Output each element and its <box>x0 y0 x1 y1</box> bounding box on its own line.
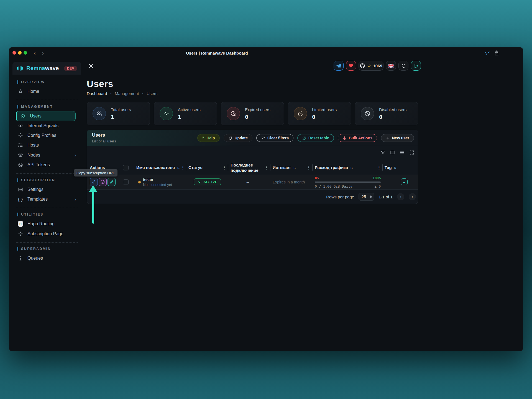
privacy-icon[interactable] <box>484 50 490 56</box>
plus-icon <box>386 136 390 140</box>
section-overview: OVERVIEW <box>17 80 45 85</box>
titlebar: ‹ › Users | Remnawave Dashboard <box>9 47 523 58</box>
annotation-arrow <box>89 185 97 225</box>
section-superadmin: SUPERADMIN <box>17 246 51 251</box>
fullscreen-icon[interactable] <box>409 149 415 155</box>
column-status[interactable]: Статус <box>188 160 203 175</box>
previous-page-button[interactable]: ‹ <box>397 193 404 200</box>
row-checkbox[interactable] <box>123 179 129 185</box>
new-user-button[interactable]: New user <box>381 134 414 142</box>
bulk-actions-button[interactable]: Bulk Actions <box>338 134 377 142</box>
uk-flag-icon <box>388 63 394 69</box>
column-tag[interactable]: Tag↑↓ <box>385 160 396 175</box>
panel-header: Users List of all users ? Help Update <box>87 130 418 146</box>
logout-button[interactable] <box>411 61 421 71</box>
checklist-icon <box>17 142 24 148</box>
breadcrumb-separator: • <box>110 92 111 95</box>
last-connection-value: – <box>242 175 253 189</box>
sidebar-item-subscription-page[interactable]: Subscription Page <box>12 229 81 239</box>
github-star-count: 1069 <box>373 63 382 68</box>
refresh-icon <box>302 136 306 140</box>
share-icon[interactable] <box>493 50 500 56</box>
github-icon <box>360 63 365 68</box>
users-panel: Users List of all users ? Help Update <box>87 130 418 204</box>
tower-icon <box>17 255 24 261</box>
sidebar-item-settings[interactable]: Settings <box>12 185 81 194</box>
divider <box>16 242 78 243</box>
sidebar-item-internal-squads[interactable]: Internal Squads <box>12 121 81 131</box>
sidebar-item-templates[interactable]: { } Templates › <box>12 195 81 204</box>
table-toolbar <box>380 149 415 155</box>
users-icon <box>93 107 106 120</box>
section-management: MANAGEMENT <box>17 104 53 109</box>
column-menu-icon[interactable]: ⋮ <box>377 160 381 175</box>
user-profile-button[interactable] <box>99 178 107 186</box>
star-icon <box>17 88 24 94</box>
sidebar-item-hosts[interactable]: Hosts <box>12 140 81 150</box>
section-bar <box>17 105 18 109</box>
breadcrumb-dashboard[interactable]: Dashboard <box>87 91 107 96</box>
column-menu-icon[interactable]: ⋮ <box>181 160 185 175</box>
traffic-total: Σ 0 <box>374 184 381 188</box>
heart-button[interactable] <box>346 61 356 71</box>
reset-table-button[interactable]: Reset table <box>297 134 334 142</box>
page-range: 1-1 of 1 <box>378 195 393 199</box>
language-flag-button[interactable] <box>386 61 396 71</box>
column-traffic[interactable]: Расход трафика↑↓ <box>315 160 352 175</box>
telegram-button[interactable] <box>334 61 344 71</box>
column-menu-icon[interactable]: ⋮ <box>264 160 269 175</box>
column-menu-icon[interactable]: ⋮ <box>222 160 227 175</box>
list-icon[interactable] <box>399 149 405 155</box>
sidebar-item-home[interactable]: Home <box>12 87 81 96</box>
sparkle-icon <box>17 132 24 139</box>
section-utilities: UTILITIES <box>17 212 44 217</box>
header-actions: 1069 <box>334 61 421 71</box>
rings-icon <box>17 123 24 129</box>
row-density-icon[interactable] <box>389 149 395 155</box>
copy-subscription-url-button[interactable] <box>90 178 98 186</box>
github-stars-button[interactable]: 1069 <box>359 61 383 71</box>
column-last-connection[interactable]: Последнееподключение <box>231 160 259 175</box>
expires-value: Expires in a month <box>273 175 305 189</box>
table-header-row: Actions Имя пользователя↑↓ ⋮ Статус ⋮ По… <box>87 160 418 175</box>
column-expires[interactable]: Истекает↑↓ <box>273 160 295 175</box>
sidebar-item-happ-routing[interactable]: H Happ Routing <box>12 219 81 229</box>
sidebar-item-queues[interactable]: Queues <box>12 254 81 263</box>
chevron-right-icon: › <box>75 153 76 158</box>
next-page-button[interactable]: › <box>409 193 416 200</box>
breadcrumb-users[interactable]: Users <box>147 91 157 96</box>
refresh-button[interactable] <box>398 61 408 71</box>
help-button[interactable]: ? Help <box>197 134 220 142</box>
ban-icon <box>361 107 374 120</box>
window-title: Users | Remnawave Dashboard <box>9 47 425 58</box>
update-button[interactable]: Update <box>224 134 252 142</box>
breadcrumb-management[interactable]: Management <box>115 91 139 96</box>
sidebar-item-nodes[interactable]: Nodes › <box>12 150 81 160</box>
pagination: Rows per page 25 1-1 of 1 ‹ › <box>326 193 416 201</box>
table-row[interactable]: tester Not connected yet ACTIVE – Expire… <box>87 175 418 190</box>
arrow-head <box>89 185 97 192</box>
divider <box>16 100 78 100</box>
sidebar-item-users[interactable]: Users <box>16 111 76 121</box>
sidebar-item-api-tokens[interactable]: API Tokens <box>12 160 81 170</box>
select-all-checkbox[interactable] <box>123 165 129 170</box>
user-circle-icon <box>100 180 105 184</box>
anchor-icon <box>342 136 347 140</box>
pulse-icon <box>197 180 201 184</box>
clear-filters-button[interactable]: Clear filters <box>256 134 293 142</box>
rows-per-page-select[interactable]: 25 <box>359 193 374 201</box>
column-username[interactable]: Имя пользователя↑↓ <box>136 160 179 175</box>
column-separator <box>186 164 186 171</box>
column-menu-icon[interactable]: ⋮ <box>306 160 311 175</box>
sidebar-item-config-profiles[interactable]: Config Profiles <box>12 131 81 140</box>
panel-subtitle: List of all users <box>92 139 116 143</box>
edit-user-button[interactable] <box>108 178 116 186</box>
traffic-cell: 0% 100% 0 / 1.00 GiB Daily Σ 0 <box>315 176 381 188</box>
username: tester <box>143 177 154 182</box>
pencil-icon <box>109 180 114 184</box>
section-bar <box>17 178 18 182</box>
close-icon[interactable] <box>88 63 94 69</box>
filter-icon[interactable] <box>380 149 386 155</box>
timer-icon <box>294 107 307 120</box>
column-separator <box>270 164 270 171</box>
